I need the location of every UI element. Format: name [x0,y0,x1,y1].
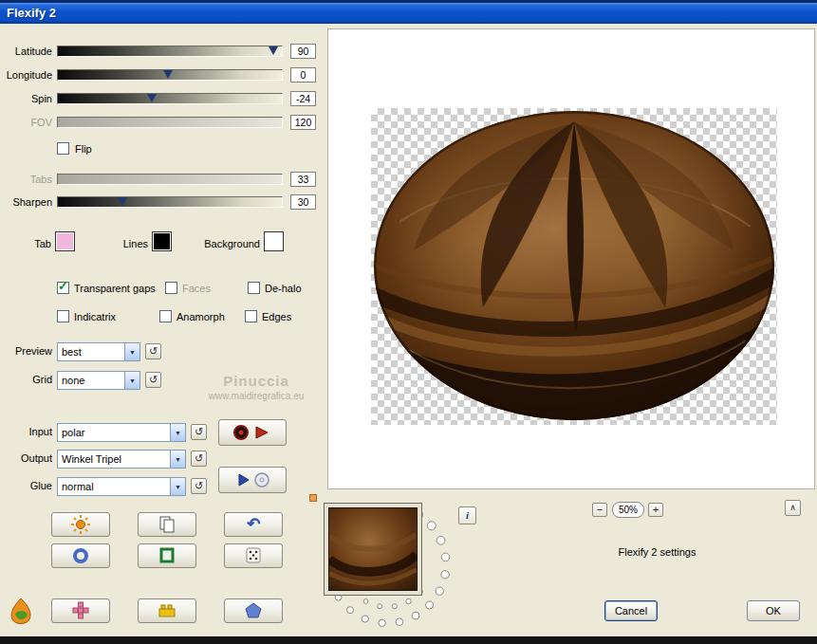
lego-brick-icon [157,601,177,620]
preview-image[interactable] [371,108,777,425]
latitude-slider[interactable] [57,46,283,57]
play-cd-icon [232,471,273,488]
flaming-pear-logo-icon [6,597,36,627]
record-play-button[interactable] [218,419,287,446]
output-dropdown-value: Winkel Tripel [58,453,170,465]
flip-checkbox[interactable] [57,142,69,155]
spin-slider-thumb[interactable] [147,94,157,102]
pink-cross-button[interactable] [51,598,110,623]
titlebar[interactable]: Flexify 2 [0,3,817,24]
chevron-down-icon[interactable]: ▼ [170,424,185,441]
faces-label: Faces [182,282,211,295]
edges-checkbox[interactable] [245,310,257,322]
anamorph-checkbox[interactable] [159,310,172,322]
glue-dropdown-value: normal [58,481,170,492]
sharpen-slider[interactable] [57,196,283,208]
indicatrix-checkbox[interactable] [57,310,69,322]
latitude-value-field[interactable] [290,44,316,59]
output-dropdown[interactable]: Winkel Tripel ▼ [57,450,186,469]
fov-label: FOV [2,117,52,129]
indicatrix-label: Indicatrix [74,310,116,323]
transparent-gaps-checkbox[interactable]: ✓ [57,282,69,294]
tab-swatch-label: Tab [27,237,51,250]
brick-button[interactable] [138,598,196,623]
spin-label: Spin [2,93,52,105]
spin-slider[interactable] [57,93,283,104]
watermark-url: www.maidiregrafica.eu [190,391,323,401]
input-dropdown-value: polar [58,427,170,438]
glue-shuffle-button[interactable]: ↺ [191,478,207,494]
spin-value-field[interactable] [290,91,316,106]
check-icon: ✓ [58,279,68,293]
copy-button[interactable] [138,512,196,537]
zoom-out-button[interactable]: − [592,503,607,517]
preview-thumbnail[interactable] [324,503,422,596]
zoom-level[interactable]: 50% [612,502,644,518]
output-dropdown-label: Output [2,452,52,465]
zoom-in-button[interactable]: + [648,503,663,517]
glue-dropdown-label: Glue [2,480,52,492]
ring-icon [70,546,91,565]
thumbnail-image [328,507,418,591]
chevron-down-icon[interactable]: ▼ [170,451,185,468]
collapse-button[interactable]: ∧ [785,500,801,516]
longitude-slider-thumb[interactable] [163,70,173,79]
fov-value-field[interactable] [290,115,316,130]
grid-dropdown[interactable]: none ▼ [57,371,140,390]
tabs-value-field[interactable] [290,172,316,187]
chevron-down-icon[interactable]: ▼ [124,372,139,389]
preview-dropdown[interactable]: best ▼ [57,342,140,361]
preview-shuffle-button[interactable]: ↺ [145,343,161,359]
cancel-button[interactable]: Cancel [604,600,658,621]
dehalo-checkbox[interactable] [248,282,260,294]
lines-swatch-label: Lines [114,237,148,250]
ring-button[interactable] [51,543,110,568]
settings-caption: Flexify 2 settings [579,546,735,558]
longitude-slider[interactable] [57,69,283,81]
sharpen-slider-thumb[interactable] [118,197,127,206]
pentagon-button[interactable] [224,598,283,623]
flexify2-dialog: Flexify 2 Latitude Longitude Spin FOV Fl… [0,0,817,644]
input-dropdown-label: Input [2,426,52,438]
pink-cross-icon [70,601,91,620]
sharpen-value-field[interactable] [290,194,316,210]
input-dropdown[interactable]: polar ▼ [57,423,186,442]
faces-checkbox [165,282,177,294]
chevron-down-icon[interactable]: ▼ [124,343,139,360]
grid-shuffle-button[interactable]: ↺ [145,372,161,388]
sun-button[interactable] [51,512,110,537]
tabs-label: Tabs [2,174,52,186]
undo-button[interactable]: ↶ [224,512,283,537]
undo-icon: ↶ [247,517,260,532]
ok-button[interactable]: OK [747,600,800,621]
preview-dropdown-label: Preview [2,345,52,358]
flip-label: Flip [75,142,92,156]
latitude-slider-thumb[interactable] [269,46,278,55]
background-color-swatch[interactable] [264,231,284,251]
edges-label: Edges [262,310,291,323]
dice-button[interactable] [224,543,283,568]
longitude-label: Longitude [2,69,52,82]
green-square-icon [157,546,177,565]
transparency-checkerboard [371,108,777,425]
preview-panel [327,28,815,489]
grid-dropdown-value: none [58,375,124,386]
longitude-value-field[interactable] [290,67,316,83]
output-shuffle-button[interactable]: ↺ [191,451,207,467]
dice-icon [243,546,264,565]
square-button[interactable] [138,543,196,568]
record-play-icon [232,424,273,441]
dehalo-label: De-halo [265,282,302,295]
anamorph-label: Anamorph [176,310,225,323]
tabs-slider [57,174,283,185]
window-bottom-edge [0,636,817,644]
input-shuffle-button[interactable]: ↺ [191,424,207,440]
info-button[interactable]: i [458,506,476,524]
transparent-gaps-label: Transparent gaps [74,282,156,295]
glue-dropdown[interactable]: normal ▼ [57,477,186,496]
tab-color-swatch[interactable] [55,231,75,251]
chevron-down-icon[interactable]: ▼ [170,478,185,495]
preview-dropdown-value: best [58,346,124,358]
play-cd-button[interactable] [218,467,287,493]
lines-color-swatch[interactable] [152,231,172,251]
